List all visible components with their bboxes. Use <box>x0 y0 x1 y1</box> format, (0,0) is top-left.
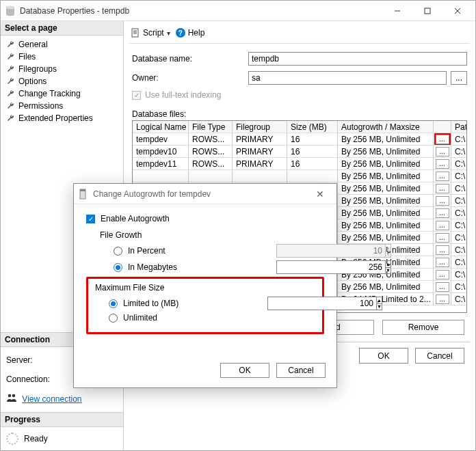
spin-up-icon[interactable]: ▲ <box>386 261 391 268</box>
column-header[interactable]: Size (MB) <box>287 121 338 133</box>
column-header[interactable]: File Type <box>189 121 233 133</box>
table-cell: ROWS... <box>189 133 233 146</box>
sidebar-item-change-tracking[interactable]: Change Tracking <box>1 87 123 100</box>
progress-panel: Ready <box>1 427 123 450</box>
table-cell: By 256 MB, Unlimited <box>338 182 434 195</box>
svg-rect-3 <box>425 8 430 14</box>
grid-header: Logical NameFile TypeFilegroupSize (MB)A… <box>133 121 466 133</box>
autogrowth-browse-cell: ... <box>434 232 451 244</box>
sidebar-item-permissions[interactable]: Permissions <box>1 100 123 112</box>
in-percent-radio[interactable] <box>114 247 122 256</box>
ok-button[interactable]: OK <box>359 348 408 364</box>
column-header[interactable] <box>434 121 451 133</box>
table-cell: PRIMARY <box>233 146 287 158</box>
table-row[interactable]: tempdevROWS...PRIMARY16By 256 MB, Unlimi… <box>133 133 466 146</box>
table-row[interactable]: tempdev10ROWS...PRIMARY16By 256 MB, Unli… <box>133 146 466 158</box>
autogrowth-browse-button[interactable]: ... <box>436 221 449 230</box>
close-button[interactable] <box>442 1 473 20</box>
dialog-close-button[interactable]: ✕ <box>308 184 332 204</box>
help-icon: ? <box>176 28 185 38</box>
svg-point-6 <box>8 394 12 398</box>
minimize-button[interactable] <box>382 1 412 20</box>
dialog-ok-button[interactable]: OK <box>220 363 269 378</box>
table-cell: By 256 MB, Unlimited <box>338 281 434 293</box>
autogrowth-browse-button[interactable]: ... <box>436 135 449 144</box>
owner-label: Owner: <box>132 73 248 83</box>
megabytes-value[interactable] <box>276 260 385 274</box>
spin-down-icon[interactable]: ▼ <box>377 304 382 310</box>
dialog-body: ✓ Enable Autogrowth File Growth In Perce… <box>74 204 336 356</box>
table-cell: C:\ <box>451 195 467 207</box>
autogrowth-browse-button[interactable]: ... <box>436 172 449 181</box>
enable-autogrowth-checkbox[interactable]: ✓ <box>86 215 95 223</box>
autogrowth-browse-button[interactable]: ... <box>436 245 449 255</box>
progress-spinner-icon <box>6 433 18 445</box>
sidebar-item-files[interactable]: Files <box>1 51 123 63</box>
in-megabytes-radio[interactable] <box>114 263 122 272</box>
table-cell: C:\ <box>451 256 467 269</box>
page-label: Filegroups <box>18 64 57 74</box>
autogrowth-browse-button[interactable]: ... <box>436 147 449 156</box>
autogrowth-browse-button[interactable]: ... <box>436 184 449 193</box>
wrench-icon <box>6 77 14 85</box>
autogrowth-browse-button[interactable]: ... <box>436 159 449 169</box>
sidebar-item-filegroups[interactable]: Filegroups <box>1 63 123 75</box>
megabytes-spinner[interactable]: ▲▼ <box>276 260 324 274</box>
autogrowth-browse-button[interactable]: ... <box>436 270 449 279</box>
autogrowth-dialog: Change Autogrowth for tempdev ✕ ✓ Enable… <box>73 183 337 388</box>
table-cell <box>233 170 287 182</box>
in-megabytes-label: In Megabytes <box>128 262 177 272</box>
table-cell: C:\ <box>451 182 467 195</box>
progress-header: Progress <box>1 412 123 427</box>
unlimited-label: Unlimited <box>123 313 157 323</box>
owner-browse-button[interactable]: ... <box>451 71 467 85</box>
unlimited-radio[interactable] <box>109 314 118 323</box>
help-button[interactable]: ? Help <box>176 28 205 38</box>
table-cell: tempdev10 <box>133 146 189 158</box>
sidebar-item-extended-properties[interactable]: Extended Properties <box>1 112 123 124</box>
table-cell: C:\ <box>451 269 467 281</box>
script-button[interactable]: Script ▾ <box>131 28 170 38</box>
limited-to-radio[interactable] <box>109 299 118 308</box>
table-row[interactable]: tempdev11ROWS...PRIMARY16By 256 MB, Unli… <box>133 158 466 170</box>
sidebar-item-options[interactable]: Options <box>1 75 123 87</box>
script-dropdown-icon[interactable]: ▾ <box>167 29 170 37</box>
view-connection-link[interactable]: View connection <box>22 394 81 404</box>
maximize-button[interactable] <box>412 1 442 20</box>
column-header[interactable]: Logical Name <box>133 121 189 133</box>
remove-button[interactable]: Remove <box>382 320 464 335</box>
percent-spinner: ▲▼ <box>276 244 324 258</box>
maxsize-highlight: Maximum File Size Limited to (MB) ▲▼ Unl… <box>86 277 324 334</box>
filegrowth-label: File Growth <box>100 230 324 240</box>
table-cell: ROWS... <box>189 146 233 158</box>
table-cell: PRIMARY <box>233 133 287 146</box>
table-cell: C:\ <box>451 244 467 256</box>
spin-up-icon[interactable]: ▲ <box>377 297 382 304</box>
sidebar-item-general[interactable]: General <box>1 38 123 51</box>
autogrowth-browse-button[interactable]: ... <box>436 258 449 267</box>
table-cell: C:\ <box>451 219 467 232</box>
cancel-button[interactable]: Cancel <box>415 348 464 364</box>
table-cell <box>133 170 189 182</box>
spin-down-icon[interactable]: ▼ <box>386 268 391 274</box>
page-label: Options <box>18 76 47 87</box>
autogrowth-browse-button[interactable]: ... <box>436 233 449 243</box>
spin-up-icon: ▲ <box>386 245 391 251</box>
limited-value[interactable] <box>267 297 376 310</box>
limited-spinner[interactable]: ▲▼ <box>267 297 315 310</box>
autogrowth-browse-button[interactable]: ... <box>436 208 449 218</box>
table-row[interactable]: By 256 MB, Unlimited...C:\ <box>133 170 466 182</box>
column-header[interactable]: Autogrowth / Maxsize <box>338 121 434 133</box>
table-cell: ROWS... <box>189 158 233 170</box>
autogrowth-browse-button[interactable]: ... <box>436 196 449 206</box>
autogrowth-browse-button[interactable]: ... <box>436 282 449 292</box>
svg-rect-8 <box>132 29 138 37</box>
table-cell: C:\ <box>451 232 467 244</box>
owner-field[interactable] <box>248 71 447 85</box>
autogrowth-browse-button[interactable]: ... <box>436 295 449 304</box>
page-list: GeneralFilesFilegroupsOptionsChange Trac… <box>1 36 123 131</box>
table-cell: 16 <box>287 158 338 170</box>
column-header[interactable]: Filegroup <box>233 121 287 133</box>
column-header[interactable]: Path <box>451 121 467 133</box>
dialog-cancel-button[interactable]: Cancel <box>276 363 326 378</box>
